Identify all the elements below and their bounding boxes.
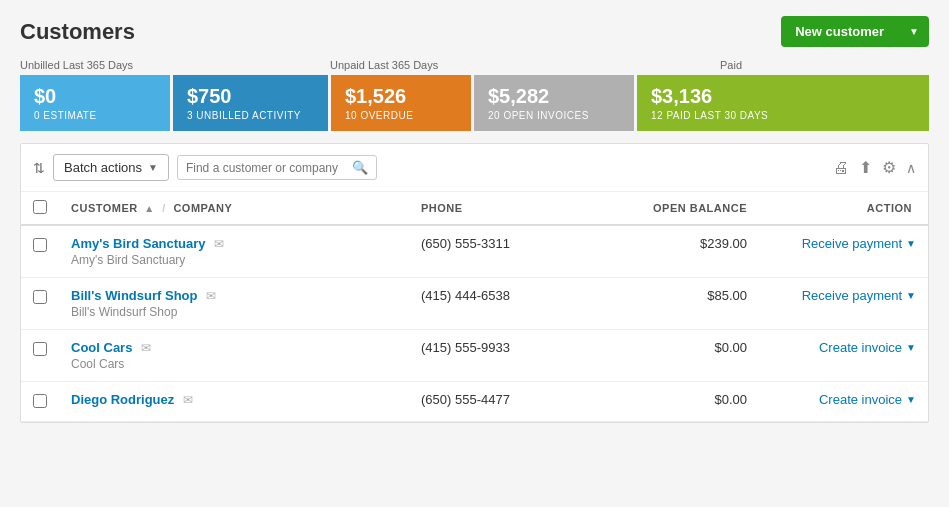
action-cell: Receive payment ▼	[759, 278, 928, 330]
stats-cards: $0 0 ESTIMATE $750 3 UNBILLED ACTIVITY $…	[20, 75, 929, 131]
stat-card-unbilled[interactable]: $750 3 UNBILLED ACTIVITY	[173, 75, 328, 131]
stat-label-unbilled: 3 UNBILLED ACTIVITY	[187, 110, 314, 121]
customer-name[interactable]: Cool Cars	[71, 340, 132, 355]
header-action: ACTION	[759, 192, 928, 225]
row-check-cell	[21, 382, 59, 422]
search-input[interactable]	[186, 161, 352, 175]
header-phone: PHONE	[409, 192, 609, 225]
page-container: Customers New customer ▼ Unbilled Last 3…	[0, 0, 949, 507]
customer-company: Amy's Bird Sanctuary	[71, 253, 397, 267]
phone-cell: (650) 555-3311	[409, 225, 609, 278]
main-content: ⇅ Batch actions ▼ 🔍 🖨 ⬆ ⚙ ∧	[20, 143, 929, 423]
customer-name[interactable]: Bill's Windsurf Shop	[71, 288, 197, 303]
table-row: Diego Rodriguez ✉ (650) 555-4477 $0.00 C…	[21, 382, 928, 422]
stat-amount-unbilled: $750	[187, 85, 314, 108]
phone-cell: (415) 555-9933	[409, 330, 609, 382]
customer-cell: Amy's Bird Sanctuary ✉ Amy's Bird Sanctu…	[59, 225, 409, 278]
customer-name[interactable]: Amy's Bird Sanctuary	[71, 236, 206, 251]
stat-amount-estimate: $0	[34, 85, 156, 108]
toolbar-right: 🖨 ⬆ ⚙ ∧	[833, 158, 916, 177]
action-button[interactable]: Receive payment ▼	[802, 288, 916, 303]
batch-actions-arrow: ▼	[148, 162, 158, 173]
batch-actions-label: Batch actions	[64, 160, 142, 175]
table-row: Cool Cars ✉ Cool Cars (415) 555-9933 $0.…	[21, 330, 928, 382]
unpaid-label: Unpaid Last 365 Days	[330, 59, 720, 71]
action-label: Create invoice	[819, 340, 902, 355]
customer-cell: Diego Rodriguez ✉	[59, 382, 409, 422]
stat-label-paid: 12 PAID LAST 30 DAYS	[651, 110, 915, 121]
row-check-cell	[21, 278, 59, 330]
action-dropdown-arrow: ▼	[906, 290, 916, 301]
unbilled-label: Unbilled Last 365 Days	[20, 59, 330, 71]
balance-cell: $0.00	[609, 382, 759, 422]
stat-label-overdue: 10 OVERDUE	[345, 110, 457, 121]
action-dropdown-arrow: ▼	[906, 238, 916, 249]
stat-amount-open: $5,282	[488, 85, 620, 108]
stat-card-open[interactable]: $5,282 20 OPEN INVOICES	[474, 75, 634, 131]
row-checkbox[interactable]	[33, 342, 47, 356]
phone-cell: (650) 555-4477	[409, 382, 609, 422]
email-icon: ✉	[214, 237, 224, 251]
settings-icon[interactable]: ⚙	[882, 158, 896, 177]
stat-label-open: 20 OPEN INVOICES	[488, 110, 620, 121]
balance-cell: $239.00	[609, 225, 759, 278]
action-label: Receive payment	[802, 236, 902, 251]
export-icon[interactable]: ⬆	[859, 158, 872, 177]
action-button[interactable]: Receive payment ▼	[802, 236, 916, 251]
stat-card-overdue[interactable]: $1,526 10 OVERDUE	[331, 75, 471, 131]
customer-table: CUSTOMER ▲ / COMPANY PHONE OPEN BALANCE …	[21, 192, 928, 422]
stat-amount-overdue: $1,526	[345, 85, 457, 108]
action-cell: Create invoice ▼	[759, 330, 928, 382]
customer-sort-icon: ▲	[144, 203, 154, 214]
scroll-up-button[interactable]: ∧	[906, 160, 916, 176]
search-icon: 🔍	[352, 160, 368, 175]
customer-table-body: Amy's Bird Sanctuary ✉ Amy's Bird Sanctu…	[21, 225, 928, 422]
customer-company: Cool Cars	[71, 357, 397, 371]
batch-actions-button[interactable]: Batch actions ▼	[53, 154, 169, 181]
col-separator: /	[162, 202, 166, 214]
toolbar-left: ⇅ Batch actions ▼ 🔍	[33, 154, 377, 181]
header-check	[21, 192, 59, 225]
stat-amount-paid: $3,136	[651, 85, 915, 108]
row-checkbox[interactable]	[33, 394, 47, 408]
toolbar: ⇅ Batch actions ▼ 🔍 🖨 ⬆ ⚙ ∧	[21, 144, 928, 192]
stats-section: Unbilled Last 365 Days Unpaid Last 365 D…	[0, 59, 949, 143]
action-button[interactable]: Create invoice ▼	[819, 392, 916, 407]
sort-icon[interactable]: ⇅	[33, 160, 45, 176]
phone-cell: (415) 444-6538	[409, 278, 609, 330]
header-customer[interactable]: CUSTOMER ▲ / COMPANY	[59, 192, 409, 225]
new-customer-label: New customer	[781, 16, 898, 47]
print-icon[interactable]: 🖨	[833, 159, 849, 177]
email-icon: ✉	[183, 393, 193, 407]
header-balance: OPEN BALANCE	[609, 192, 759, 225]
row-checkbox[interactable]	[33, 238, 47, 252]
row-check-cell	[21, 225, 59, 278]
stat-card-paid[interactable]: $3,136 12 PAID LAST 30 DAYS	[637, 75, 929, 131]
search-box[interactable]: 🔍	[177, 155, 377, 180]
customer-cell: Bill's Windsurf Shop ✉ Bill's Windsurf S…	[59, 278, 409, 330]
new-customer-button[interactable]: New customer ▼	[781, 16, 929, 47]
customer-company: Bill's Windsurf Shop	[71, 305, 397, 319]
action-dropdown-arrow: ▼	[906, 342, 916, 353]
stats-labels: Unbilled Last 365 Days Unpaid Last 365 D…	[20, 59, 929, 71]
page-header: Customers New customer ▼	[0, 0, 949, 59]
table-row: Bill's Windsurf Shop ✉ Bill's Windsurf S…	[21, 278, 928, 330]
row-check-cell	[21, 330, 59, 382]
action-dropdown-arrow: ▼	[906, 394, 916, 405]
row-checkbox[interactable]	[33, 290, 47, 304]
balance-cell: $0.00	[609, 330, 759, 382]
balance-cell: $85.00	[609, 278, 759, 330]
stat-card-estimate[interactable]: $0 0 ESTIMATE	[20, 75, 170, 131]
action-cell: Create invoice ▼	[759, 382, 928, 422]
table-row: Amy's Bird Sanctuary ✉ Amy's Bird Sanctu…	[21, 225, 928, 278]
customer-name[interactable]: Diego Rodriguez	[71, 392, 174, 407]
action-label: Receive payment	[802, 288, 902, 303]
table-header: CUSTOMER ▲ / COMPANY PHONE OPEN BALANCE …	[21, 192, 928, 225]
action-button[interactable]: Create invoice ▼	[819, 340, 916, 355]
stat-label-estimate: 0 ESTIMATE	[34, 110, 156, 121]
new-customer-dropdown-arrow[interactable]: ▼	[899, 18, 929, 45]
select-all-checkbox[interactable]	[33, 200, 47, 214]
email-icon: ✉	[206, 289, 216, 303]
page-title: Customers	[20, 19, 135, 45]
action-label: Create invoice	[819, 392, 902, 407]
